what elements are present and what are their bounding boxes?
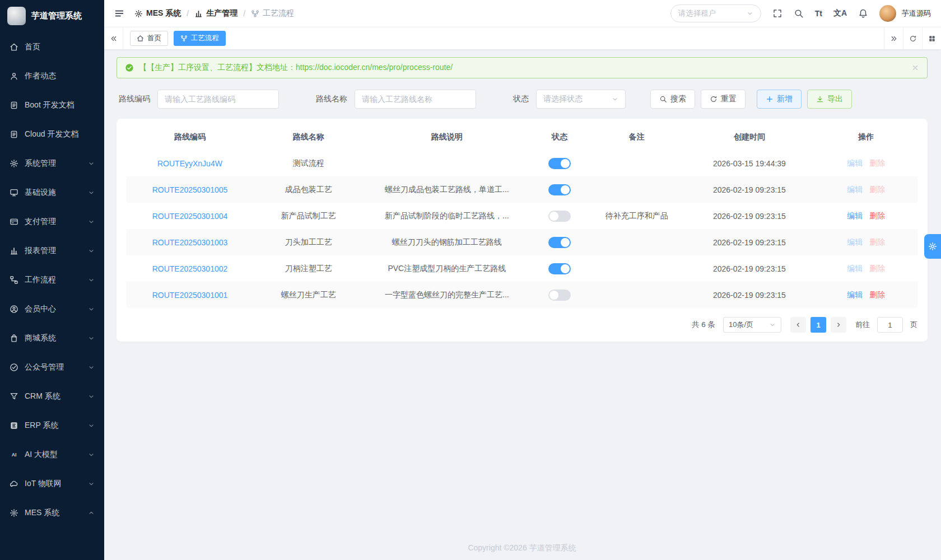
tags-actions [884,27,941,50]
delete-button[interactable]: 删除 [869,264,885,273]
delete-button[interactable]: 删除 [869,158,885,167]
route-code-input[interactable] [157,90,279,109]
edit-button[interactable]: 编辑 [847,264,863,273]
status-toggle[interactable] [548,290,571,301]
search-icon[interactable] [794,8,804,18]
status-toggle[interactable] [548,158,571,169]
translate-icon[interactable]: 文A [833,8,847,18]
doc-link[interactable]: https://doc.iocoder.cn/mes/pro/process-r… [296,63,453,72]
delete-button[interactable]: 删除 [869,211,885,220]
table-row: ROUTEyyXnJu4W测试流程2026-03-15 19:44:39编辑删除 [127,150,917,176]
refresh-tab-icon[interactable] [903,27,922,50]
edit-button[interactable]: 编辑 [847,211,863,220]
search-button[interactable]: 搜索 [650,90,695,109]
page-number-button[interactable]: 1 [810,317,826,333]
sidebar-item-8[interactable]: 工作流程 [0,265,104,295]
cell-remark [589,229,684,255]
sidebar-item-7[interactable]: 报表管理 [0,236,104,265]
next-page-button[interactable] [831,317,846,333]
edit-button[interactable]: 编辑 [847,290,863,299]
route-code-link[interactable]: ROUTE20250301005 [152,185,228,194]
sidebar-item-11[interactable]: 公众号管理 [0,353,104,382]
tenant-select[interactable]: 请选择租户 [670,4,761,22]
sidebar-item-5[interactable]: 基础设施 [0,178,104,207]
menu-toggle-icon[interactable] [114,8,124,18]
cell-created-time: 2026-02-19 09:23:15 [684,255,814,282]
breadcrumb-item-1[interactable]: 生产管理 [194,8,237,18]
breadcrumb-item-0[interactable]: MES 系统 [134,8,181,18]
sidebar-item-1[interactable]: 作者动态 [0,62,104,91]
route-code-link[interactable]: ROUTE20250301002 [152,264,228,273]
status-toggle[interactable] [548,211,571,222]
sidebar: 芋道管理系统 首页作者动态Boot 开发文档Cloud 开发文档系统管理基础设施… [0,0,104,560]
banner-text: 【【生产】工序设置、工艺流程】文档地址：https://doc.iocoder.… [139,63,453,73]
sidebar-item-label: 报表管理 [25,246,56,256]
column-header: 操作 [814,124,917,150]
status-select[interactable]: 请选择状态 [536,90,626,109]
reset-button[interactable]: 重置 [701,90,746,109]
user-avatar[interactable] [879,5,896,22]
sidebar-item-14[interactable]: AI 大模型 [0,440,104,469]
sidebar-item-9[interactable]: 会员中心 [0,295,104,324]
export-button[interactable]: 导出 [807,90,852,109]
username[interactable]: 芋道源码 [902,8,931,18]
delete-button[interactable]: 删除 [869,290,885,299]
goto-label: 前往 [855,320,870,330]
edit-button[interactable]: 编辑 [847,237,863,246]
status-toggle[interactable] [548,184,571,195]
sidebar-item-label: MES 系统 [25,508,59,518]
monitor-icon [10,188,18,197]
theme-settings-button[interactable] [924,234,941,259]
edit-button[interactable]: 编辑 [847,185,863,194]
tab-1[interactable]: 工艺流程 [174,31,226,46]
banner-close-icon[interactable] [911,64,919,72]
process-icon [251,10,259,18]
route-code-link[interactable]: ROUTE20250301004 [152,212,228,221]
pagination: 共 6 条 10条/页 1 前往 页 [127,317,917,333]
user-icon [10,72,18,81]
sidebar-item-12[interactable]: CRM 系统 [0,382,104,411]
route-name-input[interactable] [355,90,476,109]
sidebar-item-6[interactable]: 支付管理 [0,207,104,236]
sidebar-item-2[interactable]: Boot 开发文档 [0,91,104,120]
table-header-row: 路线编码路线名称路线说明状态备注创建时间操作 [127,124,917,150]
breadcrumb-separator: / [187,9,189,18]
topbar-right: 请选择租户 Tt 文A 芋道源码 [670,4,931,22]
notification-bell-icon[interactable] [858,8,868,18]
route-code-link[interactable]: ROUTE20250301001 [152,291,228,300]
row-operations: 编辑删除 [847,158,885,167]
layout-grid-icon[interactable] [922,27,941,50]
page-size-select[interactable]: 10条/页 [723,317,781,333]
sidebar-item-3[interactable]: Cloud 开发文档 [0,120,104,149]
sidebar-item-4[interactable]: 系统管理 [0,149,104,178]
status-toggle[interactable] [548,263,571,274]
chevron-down-icon [88,335,95,342]
sidebar-item-0[interactable]: 首页 [0,32,104,62]
app-logo[interactable]: 芋道管理系统 [0,0,104,31]
status-toggle[interactable] [548,237,571,248]
sidebar-item-15[interactable]: IoT 物联网 [0,469,104,498]
app-root: 芋道管理系统 首页作者动态Boot 开发文档Cloud 开发文档系统管理基础设施… [0,0,941,560]
sidebar-item-13[interactable]: ERP 系统 [0,411,104,440]
route-code-link[interactable]: ROUTEyyXnJu4W [157,159,222,168]
fullscreen-icon[interactable] [772,8,782,18]
iot-icon [10,479,18,488]
chevron-down-icon [88,422,95,429]
route-code-link[interactable]: ROUTE20250301003 [152,238,228,247]
pay-icon [10,217,18,226]
sidebar-item-16[interactable]: MES 系统 [0,498,104,528]
tags-scroll-left-icon[interactable] [104,27,123,50]
delete-button[interactable]: 删除 [869,237,885,246]
edit-button[interactable]: 编辑 [847,158,863,167]
goto-page-input[interactable] [877,317,903,333]
font-size-icon[interactable]: Tt [815,9,822,18]
sidebar-item-10[interactable]: 商城系统 [0,324,104,353]
table-row: ROUTE20250301004新产品试制工艺新产品试制阶段的临时工艺路线，..… [127,203,917,229]
tab-0[interactable]: 首页 [130,31,168,46]
tags-scroll-right-icon[interactable] [884,27,903,50]
column-header: 备注 [589,124,684,150]
prev-page-button[interactable] [790,317,806,333]
delete-button[interactable]: 删除 [869,185,885,194]
add-button[interactable]: 新增 [757,90,802,109]
filter-route-code: 路线编码 [119,90,279,109]
